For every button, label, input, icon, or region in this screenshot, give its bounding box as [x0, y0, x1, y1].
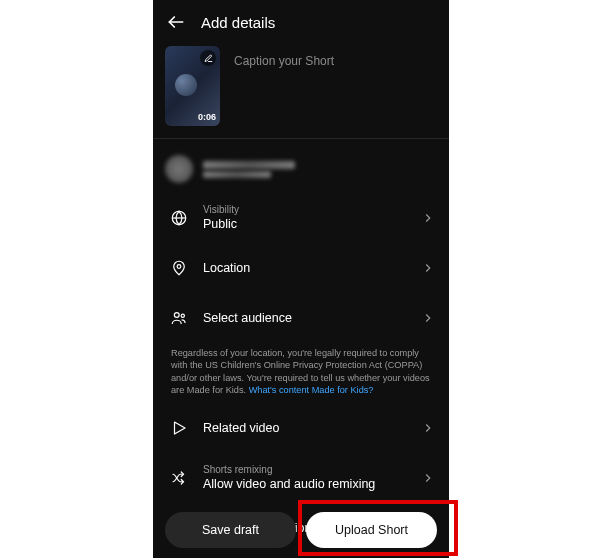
chevron-right-icon — [421, 211, 435, 225]
chevron-right-icon — [421, 471, 435, 485]
related-video-row[interactable]: Related video — [157, 403, 445, 453]
svg-point-4 — [181, 314, 184, 317]
location-row[interactable]: Location — [157, 243, 445, 293]
back-button[interactable] — [165, 11, 187, 33]
remix-icon — [170, 469, 188, 487]
pencil-icon — [204, 54, 213, 63]
globe-icon — [170, 209, 188, 227]
legal-notice: Regardless of your location, you're lega… — [157, 343, 445, 403]
chevron-right-icon — [421, 261, 435, 275]
visibility-value: Public — [203, 216, 421, 232]
play-outline-icon — [170, 419, 188, 437]
video-thumbnail[interactable]: 0:06 — [165, 46, 220, 126]
caption-input[interactable]: Caption your Short — [234, 46, 334, 126]
location-label: Location — [203, 260, 421, 276]
visibility-label: Visibility — [203, 204, 421, 216]
video-duration: 0:06 — [198, 112, 216, 122]
page-title: Add details — [201, 14, 275, 31]
save-draft-button[interactable]: Save draft — [165, 512, 296, 548]
avatar — [165, 155, 193, 183]
remix-row[interactable]: Shorts remixing Allow video and audio re… — [157, 453, 445, 503]
remix-value: Allow video and audio remixing — [203, 476, 421, 492]
header: Add details — [153, 0, 449, 44]
visibility-row[interactable]: Visibility Public — [157, 193, 445, 243]
edit-thumbnail-button[interactable] — [200, 50, 216, 66]
arrow-left-icon — [166, 12, 186, 32]
svg-point-2 — [177, 265, 181, 269]
hero: 0:06 Caption your Short — [153, 44, 449, 138]
audience-label: Select audience — [203, 310, 421, 326]
channel-row[interactable] — [153, 149, 449, 193]
channel-name-blurred — [203, 161, 295, 169]
location-pin-icon — [170, 259, 188, 277]
comments-row[interactable]: Comments On — [157, 553, 445, 558]
legal-link[interactable]: What's content Made for Kids? — [249, 385, 374, 395]
svg-marker-5 — [175, 422, 186, 434]
chevron-right-icon — [421, 421, 435, 435]
audience-row[interactable]: Select audience — [157, 293, 445, 343]
remix-label: Shorts remixing — [203, 464, 421, 476]
people-icon — [170, 309, 188, 327]
footer: Save draft Upload Short — [153, 512, 449, 548]
chevron-right-icon — [421, 311, 435, 325]
channel-text — [203, 161, 295, 178]
upload-button[interactable]: Upload Short — [306, 512, 437, 548]
related-video-label: Related video — [203, 420, 421, 436]
svg-point-3 — [174, 313, 179, 318]
channel-handle-blurred — [203, 171, 271, 178]
add-details-screen: Add details 0:06 Caption your Short — [153, 0, 449, 558]
divider — [153, 138, 449, 139]
